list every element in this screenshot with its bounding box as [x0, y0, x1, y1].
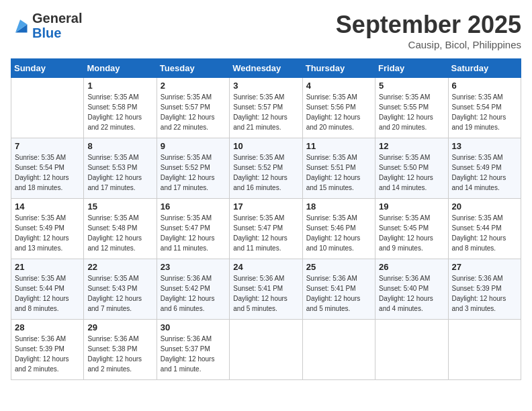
day-number: 21 — [15, 262, 80, 272]
day-number: 25 — [306, 262, 371, 272]
title-block: September 2025 Causip, Bicol, Philippine… — [336, 11, 521, 50]
day-number: 27 — [452, 262, 517, 272]
day-number: 30 — [161, 322, 226, 332]
calendar-cell: 24Sunrise: 5:36 AM Sunset: 5:41 PM Dayli… — [230, 259, 302, 320]
calendar-cell: 26Sunrise: 5:36 AM Sunset: 5:40 PM Dayli… — [375, 259, 448, 320]
day-info: Sunrise: 5:35 AM Sunset: 5:53 PM Dayligh… — [87, 152, 152, 193]
day-number: 24 — [233, 262, 298, 272]
weekday-header-thursday: Thursday — [302, 59, 375, 78]
calendar-cell: 8Sunrise: 5:35 AM Sunset: 5:53 PM Daylig… — [84, 138, 157, 199]
day-number: 19 — [379, 201, 444, 212]
day-number: 1 — [87, 81, 152, 91]
day-number: 22 — [87, 262, 152, 272]
calendar-week-row: 7Sunrise: 5:35 AM Sunset: 5:54 PM Daylig… — [11, 138, 521, 199]
calendar-cell — [448, 320, 521, 380]
day-number: 6 — [452, 81, 517, 91]
calendar-cell: 12Sunrise: 5:35 AM Sunset: 5:50 PM Dayli… — [375, 138, 448, 199]
day-info: Sunrise: 5:35 AM Sunset: 5:57 PM Dayligh… — [233, 92, 298, 132]
calendar-cell: 7Sunrise: 5:35 AM Sunset: 5:54 PM Daylig… — [11, 138, 84, 199]
calendar-cell — [375, 320, 448, 380]
day-info: Sunrise: 5:35 AM Sunset: 5:47 PM Dayligh… — [161, 213, 226, 253]
day-info: Sunrise: 5:35 AM Sunset: 5:52 PM Dayligh… — [161, 152, 226, 193]
day-number: 20 — [452, 201, 517, 212]
day-number: 4 — [306, 81, 371, 91]
page-header: General Blue September 2025 Causip, Bico… — [11, 11, 521, 50]
calendar-cell: 25Sunrise: 5:36 AM Sunset: 5:41 PM Dayli… — [302, 259, 375, 320]
calendar-cell: 3Sunrise: 5:35 AM Sunset: 5:57 PM Daylig… — [230, 78, 302, 138]
day-info: Sunrise: 5:35 AM Sunset: 5:51 PM Dayligh… — [306, 152, 371, 193]
calendar-cell: 13Sunrise: 5:35 AM Sunset: 5:49 PM Dayli… — [448, 138, 521, 199]
calendar-cell: 19Sunrise: 5:35 AM Sunset: 5:45 PM Dayli… — [375, 199, 448, 259]
day-number: 2 — [161, 81, 226, 91]
calendar-cell: 28Sunrise: 5:36 AM Sunset: 5:39 PM Dayli… — [11, 320, 84, 380]
calendar-cell: 21Sunrise: 5:35 AM Sunset: 5:44 PM Dayli… — [11, 259, 84, 320]
day-number: 13 — [452, 141, 517, 151]
calendar-table: SundayMondayTuesdayWednesdayThursdayFrid… — [11, 58, 521, 380]
day-number: 7 — [15, 141, 80, 151]
month-title: September 2025 — [336, 11, 521, 39]
calendar-cell: 6Sunrise: 5:35 AM Sunset: 5:54 PM Daylig… — [448, 78, 521, 138]
day-info: Sunrise: 5:35 AM Sunset: 5:55 PM Dayligh… — [379, 92, 444, 132]
calendar-week-row: 28Sunrise: 5:36 AM Sunset: 5:39 PM Dayli… — [11, 320, 521, 380]
day-info: Sunrise: 5:35 AM Sunset: 5:44 PM Dayligh… — [15, 273, 80, 314]
weekday-header-tuesday: Tuesday — [157, 59, 229, 78]
day-info: Sunrise: 5:35 AM Sunset: 5:43 PM Dayligh… — [87, 273, 152, 314]
day-info: Sunrise: 5:36 AM Sunset: 5:39 PM Dayligh… — [15, 334, 80, 374]
day-number: 18 — [306, 201, 371, 212]
logo-icon — [11, 16, 30, 35]
location-subtitle: Causip, Bicol, Philippines — [336, 39, 521, 50]
day-number: 10 — [233, 141, 298, 151]
day-info: Sunrise: 5:36 AM Sunset: 5:37 PM Dayligh… — [161, 334, 226, 374]
calendar-week-row: 1Sunrise: 5:35 AM Sunset: 5:58 PM Daylig… — [11, 78, 521, 138]
calendar-cell: 29Sunrise: 5:36 AM Sunset: 5:38 PM Dayli… — [84, 320, 157, 380]
day-number: 17 — [233, 201, 298, 212]
day-number: 23 — [161, 262, 226, 272]
day-info: Sunrise: 5:35 AM Sunset: 5:44 PM Dayligh… — [452, 213, 517, 253]
weekday-header-wednesday: Wednesday — [230, 59, 302, 78]
calendar-cell — [230, 320, 302, 380]
calendar-cell: 16Sunrise: 5:35 AM Sunset: 5:47 PM Dayli… — [157, 199, 229, 259]
day-info: Sunrise: 5:35 AM Sunset: 5:54 PM Dayligh… — [15, 152, 80, 193]
day-info: Sunrise: 5:36 AM Sunset: 5:40 PM Dayligh… — [379, 273, 444, 314]
calendar-cell: 4Sunrise: 5:35 AM Sunset: 5:56 PM Daylig… — [302, 78, 375, 138]
calendar-cell: 27Sunrise: 5:36 AM Sunset: 5:39 PM Dayli… — [448, 259, 521, 320]
day-info: Sunrise: 5:35 AM Sunset: 5:54 PM Dayligh… — [452, 92, 517, 132]
calendar-cell: 18Sunrise: 5:35 AM Sunset: 5:46 PM Dayli… — [302, 199, 375, 259]
calendar-cell: 9Sunrise: 5:35 AM Sunset: 5:52 PM Daylig… — [157, 138, 229, 199]
day-info: Sunrise: 5:35 AM Sunset: 5:45 PM Dayligh… — [379, 213, 444, 253]
day-number: 28 — [15, 322, 80, 332]
day-info: Sunrise: 5:36 AM Sunset: 5:38 PM Dayligh… — [87, 334, 152, 374]
calendar-cell: 1Sunrise: 5:35 AM Sunset: 5:58 PM Daylig… — [84, 78, 157, 138]
calendar-cell: 23Sunrise: 5:36 AM Sunset: 5:42 PM Dayli… — [157, 259, 229, 320]
day-info: Sunrise: 5:36 AM Sunset: 5:42 PM Dayligh… — [161, 273, 226, 314]
weekday-header-saturday: Saturday — [448, 59, 521, 78]
day-info: Sunrise: 5:35 AM Sunset: 5:48 PM Dayligh… — [87, 213, 152, 253]
calendar-cell: 30Sunrise: 5:36 AM Sunset: 5:37 PM Dayli… — [157, 320, 229, 380]
day-number: 11 — [306, 141, 371, 151]
weekday-header-row: SundayMondayTuesdayWednesdayThursdayFrid… — [11, 59, 521, 78]
calendar-week-row: 21Sunrise: 5:35 AM Sunset: 5:44 PM Dayli… — [11, 259, 521, 320]
day-info: Sunrise: 5:36 AM Sunset: 5:39 PM Dayligh… — [452, 273, 517, 314]
calendar-cell — [302, 320, 375, 380]
day-info: Sunrise: 5:35 AM Sunset: 5:50 PM Dayligh… — [379, 152, 444, 193]
day-info: Sunrise: 5:36 AM Sunset: 5:41 PM Dayligh… — [306, 273, 371, 314]
day-number: 5 — [379, 81, 444, 91]
calendar-cell: 22Sunrise: 5:35 AM Sunset: 5:43 PM Dayli… — [84, 259, 157, 320]
weekday-header-friday: Friday — [375, 59, 448, 78]
day-number: 8 — [87, 141, 152, 151]
day-info: Sunrise: 5:35 AM Sunset: 5:49 PM Dayligh… — [452, 152, 517, 193]
day-number: 26 — [379, 262, 444, 272]
day-number: 12 — [379, 141, 444, 151]
day-info: Sunrise: 5:35 AM Sunset: 5:49 PM Dayligh… — [15, 213, 80, 253]
logo: General Blue — [11, 11, 82, 40]
calendar-cell: 15Sunrise: 5:35 AM Sunset: 5:48 PM Dayli… — [84, 199, 157, 259]
calendar-cell: 14Sunrise: 5:35 AM Sunset: 5:49 PM Dayli… — [11, 199, 84, 259]
weekday-header-monday: Monday — [84, 59, 157, 78]
logo-text: General Blue — [32, 11, 82, 40]
day-number: 3 — [233, 81, 298, 91]
day-info: Sunrise: 5:35 AM Sunset: 5:56 PM Dayligh… — [306, 92, 371, 132]
calendar-cell: 20Sunrise: 5:35 AM Sunset: 5:44 PM Dayli… — [448, 199, 521, 259]
day-number: 16 — [161, 201, 226, 212]
day-number: 15 — [87, 201, 152, 212]
calendar-cell: 5Sunrise: 5:35 AM Sunset: 5:55 PM Daylig… — [375, 78, 448, 138]
